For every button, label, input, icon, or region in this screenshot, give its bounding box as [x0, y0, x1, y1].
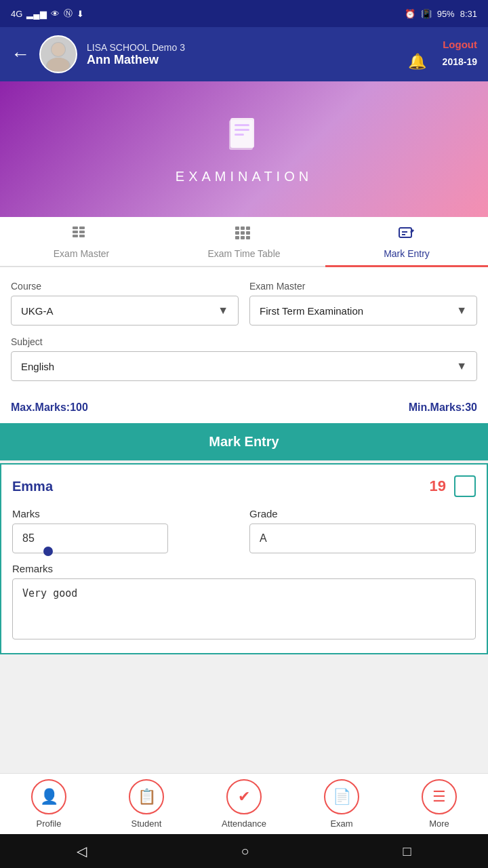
exam-master-dropdown-arrow-icon: ▼ — [456, 304, 467, 317]
download-icon: ⬇ — [77, 9, 84, 19]
svg-point-2 — [52, 43, 65, 56]
max-marks-label: Max.Marks:100 — [11, 401, 88, 414]
student-roll-checkbox: 19 — [430, 475, 476, 497]
subject-value: English — [21, 361, 54, 372]
tab-mark-entry-label: Mark Entry — [384, 248, 430, 259]
tab-bar: Exam Master Exam Time Table — [0, 217, 488, 267]
banner-title: EXAMINATION — [176, 169, 312, 184]
cursor-indicator — [43, 547, 53, 556]
android-recents-button[interactable]: □ — [403, 844, 411, 859]
course-exam-row: Course UKG-A ▼ Exam Master First Term Ex… — [11, 281, 477, 326]
profile-circle: 👤 — [31, 779, 66, 814]
student-label: Student — [131, 818, 162, 829]
student-roll-number: 19 — [430, 477, 446, 495]
marks-info: Max.Marks:100 Min.Marks:30 — [0, 395, 488, 423]
course-select[interactable]: UKG-A ▼ — [11, 296, 239, 326]
exam-label: Exam — [330, 818, 352, 829]
student-card: Emma 19 Marks Grade Remarks — [0, 463, 488, 654]
profile-label: Profile — [37, 818, 62, 829]
mark-entry-section-header: Mark Entry — [0, 423, 488, 460]
exam-icon: 📄 — [333, 788, 351, 806]
student-checkbox[interactable] — [454, 475, 476, 497]
signal-bars: ▂▄▆ — [26, 9, 46, 19]
svg-rect-16 — [241, 226, 245, 230]
nav-profile[interactable]: 👤 Profile — [0, 774, 98, 834]
min-marks-label: Min.Marks:30 — [409, 401, 477, 414]
student-header-row: Emma 19 — [12, 475, 476, 497]
svg-rect-8 — [229, 120, 253, 150]
grade-field: Grade — [249, 508, 476, 553]
document-icon — [224, 115, 264, 163]
notification-bell-icon[interactable]: 🔔 — [408, 53, 426, 71]
status-left: 4G ▂▄▆ 👁 Ⓝ ⬇ — [11, 7, 84, 20]
course-dropdown-arrow-icon: ▼ — [218, 304, 228, 317]
subject-label: Subject — [11, 336, 477, 347]
marks-field: Marks — [12, 508, 239, 553]
course-label: Course — [11, 281, 239, 292]
android-home-button[interactable]: ○ — [241, 844, 249, 859]
nav-exam[interactable]: 📄 Exam — [293, 774, 390, 834]
exam-master-field: Exam Master First Term Examination ▼ — [249, 281, 477, 326]
avatar — [39, 35, 77, 73]
svg-rect-14 — [79, 235, 85, 237]
status-bar: 4G ▂▄▆ 👁 Ⓝ ⬇ ⏰ 📳 95% 8:31 — [0, 0, 488, 27]
course-field: Course UKG-A ▼ — [11, 281, 239, 326]
bottom-nav: 👤 Profile 📋 Student ✔ Attendance 📄 Exam … — [0, 773, 488, 834]
attendance-icon: ✔ — [238, 788, 250, 806]
marks-grade-row: Marks Grade — [12, 508, 476, 553]
svg-rect-17 — [246, 226, 250, 230]
nfc-icon: Ⓝ — [64, 7, 73, 20]
grade-input[interactable] — [249, 524, 476, 553]
app-header: ← LISA SCHOOL Demo 3 Ann Mathew Logout 🔔… — [0, 27, 488, 81]
tab-mark-entry[interactable]: Mark Entry — [325, 217, 488, 266]
subject-dropdown-arrow-icon: ▼ — [456, 360, 467, 372]
student-name: Emma — [12, 479, 53, 494]
exam-master-value: First Term Examination — [260, 305, 363, 317]
remarks-label: Remarks — [12, 563, 476, 574]
more-circle: ☰ — [422, 779, 457, 814]
svg-rect-23 — [246, 236, 250, 239]
exam-master-select[interactable]: First Term Examination ▼ — [249, 296, 477, 326]
academic-year: 2018-19 — [443, 56, 477, 67]
svg-rect-13 — [73, 235, 78, 237]
nav-attendance[interactable]: ✔ Attendance — [195, 774, 293, 834]
eye-icon: 👁 — [51, 9, 60, 19]
svg-rect-22 — [241, 236, 245, 239]
logout-button[interactable]: Logout — [443, 39, 477, 50]
attendance-label: Attendance — [222, 818, 266, 829]
android-back-button[interactable]: ◁ — [77, 843, 87, 859]
mark-entry-icon — [398, 226, 415, 245]
student-circle: 📋 — [129, 779, 164, 814]
svg-rect-9 — [73, 226, 78, 229]
tab-exam-timetable[interactable]: Exam Time Table — [163, 217, 325, 266]
svg-rect-10 — [79, 226, 85, 229]
course-value: UKG-A — [21, 305, 54, 317]
nav-student[interactable]: 📋 Student — [98, 774, 195, 834]
tab-exam-master[interactable]: Exam Master — [0, 217, 163, 266]
exam-master-icon — [73, 226, 90, 245]
nav-more[interactable]: ☰ More — [390, 774, 488, 834]
header-right: Logout 🔔 2018-19 — [408, 39, 477, 71]
svg-rect-15 — [235, 226, 239, 230]
tab-exam-timetable-label: Exam Time Table — [207, 248, 280, 259]
examination-banner: EXAMINATION — [0, 81, 488, 217]
student-icon: 📋 — [138, 788, 156, 806]
marks-input[interactable] — [12, 524, 168, 553]
subject-select[interactable]: English ▼ — [11, 351, 477, 381]
svg-rect-20 — [246, 231, 250, 235]
signal-icon: 4G — [11, 9, 22, 19]
subject-field: Subject English ▼ — [11, 336, 477, 381]
school-name: LISA SCHOOL Demo 3 — [87, 42, 408, 53]
form-area: Course UKG-A ▼ Exam Master First Term Ex… — [0, 267, 488, 395]
header-info: LISA SCHOOL Demo 3 Ann Mathew — [87, 42, 408, 67]
exam-master-label: Exam Master — [249, 281, 477, 292]
remarks-input[interactable] — [12, 578, 476, 639]
more-label: More — [429, 818, 449, 829]
grade-label: Grade — [249, 508, 476, 519]
svg-rect-19 — [241, 231, 245, 235]
svg-rect-12 — [79, 231, 85, 233]
svg-rect-18 — [235, 231, 239, 235]
back-button[interactable]: ← — [11, 43, 30, 65]
vibrate-icon: 📳 — [421, 9, 432, 19]
user-name: Ann Mathew — [87, 53, 408, 67]
